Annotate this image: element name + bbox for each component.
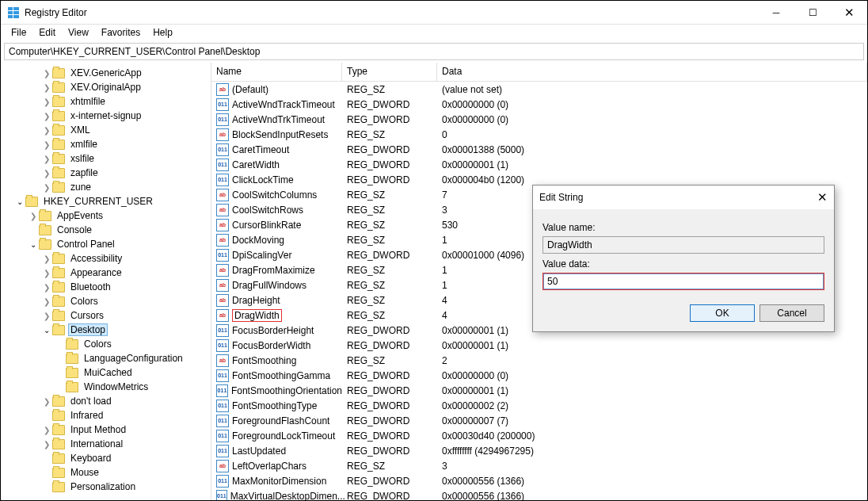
registry-value-row[interactable]: 011FocusBorderWidthREG_DWORD0x00000001 (… xyxy=(211,338,867,353)
folder-icon xyxy=(52,268,65,278)
registry-value-row[interactable]: 011ForegroundFlashCountREG_DWORD0x000000… xyxy=(211,413,867,428)
header-data[interactable]: Data xyxy=(437,63,867,81)
tree-item[interactable]: Personalization xyxy=(1,480,211,494)
tree-item[interactable]: ❯xslfile xyxy=(1,151,211,166)
dialog-close-button[interactable]: ✕ xyxy=(817,190,828,205)
string-icon: ab xyxy=(216,460,229,472)
expander-icon[interactable]: ❯ xyxy=(41,98,52,106)
registry-value-row[interactable]: 011CaretWidthREG_DWORD0x00000001 (1) xyxy=(211,157,867,172)
tree-item[interactable]: ❯Cursors xyxy=(1,308,211,323)
expander-icon[interactable]: ⌄ xyxy=(14,197,25,206)
registry-value-row[interactable]: 011ActiveWndTrkTimeoutREG_DWORD0x0000000… xyxy=(211,112,867,127)
tree-item[interactable]: ⌄Control Panel xyxy=(1,237,211,251)
value-data: 0x00000001 (1) xyxy=(437,340,867,351)
header-type[interactable]: Type xyxy=(342,63,437,81)
expander-icon[interactable]: ❯ xyxy=(41,126,52,135)
tree-item[interactable]: ❯Input Method xyxy=(1,423,211,437)
registry-value-row[interactable]: ab(Default)REG_SZ(value not set) xyxy=(211,82,867,97)
minimize-button[interactable]: ─ xyxy=(758,1,794,25)
dialog-title: Edit String xyxy=(539,192,817,203)
folder-icon xyxy=(66,339,78,350)
tree-item[interactable]: ❯Appearance xyxy=(1,266,211,280)
svg-rect-5 xyxy=(13,15,19,18)
registry-value-row[interactable]: 011CaretTimeoutREG_DWORD0x00001388 (5000… xyxy=(211,142,867,157)
tree-item[interactable]: ❯AppEvents xyxy=(1,208,211,223)
menu-view[interactable]: View xyxy=(63,25,94,40)
tree-item[interactable]: MuiCached xyxy=(1,365,211,380)
expander-icon[interactable]: ❯ xyxy=(41,112,52,120)
tree-item[interactable]: ❯xhtmlfile xyxy=(1,94,211,109)
registry-value-row[interactable]: abBlockSendInputResetsREG_SZ0 xyxy=(211,127,867,142)
tree-item[interactable]: Console xyxy=(1,223,211,237)
registry-value-row[interactable]: 011ActiveWndTrackTimeoutREG_DWORD0x00000… xyxy=(211,97,867,112)
tree-item[interactable]: Mouse xyxy=(1,465,211,480)
ok-button[interactable]: OK xyxy=(690,304,755,322)
header-name[interactable]: Name xyxy=(211,63,342,81)
expander-icon[interactable]: ❯ xyxy=(41,440,52,449)
tree-item[interactable]: ❯zune xyxy=(1,180,211,194)
menu-file[interactable]: File xyxy=(6,25,32,40)
tree-item[interactable]: ❯x-internet-signup xyxy=(1,109,211,123)
tree-item[interactable]: ❯Bluetooth xyxy=(1,280,211,294)
registry-value-row[interactable]: 011MaxVirtualDesktopDimen...REG_DWORD0x0… xyxy=(211,488,867,500)
tree-item[interactable]: ❯Colors xyxy=(1,294,211,308)
cancel-button[interactable]: Cancel xyxy=(760,304,824,322)
menu-favorites[interactable]: Favorites xyxy=(96,25,146,40)
expander-icon[interactable]: ❯ xyxy=(41,83,52,92)
expander-icon[interactable]: ⌄ xyxy=(41,326,52,335)
value-name: LastUpdated xyxy=(232,446,286,457)
tree-item[interactable]: ❯zapfile xyxy=(1,166,211,180)
registry-value-row[interactable]: 011FontSmoothingGammaREG_DWORD0x00000000… xyxy=(211,368,867,383)
value-data-input[interactable] xyxy=(543,273,824,289)
menu-edit[interactable]: Edit xyxy=(33,25,61,40)
close-button[interactable]: ✕ xyxy=(831,1,867,25)
tree-label: zune xyxy=(68,182,93,193)
tree-item[interactable]: ❯XML xyxy=(1,123,211,137)
expander-icon[interactable]: ❯ xyxy=(41,269,52,277)
expander-icon[interactable]: ⌄ xyxy=(28,240,39,249)
tree-item[interactable]: ❯International xyxy=(1,437,211,451)
tree-item[interactable]: ❯Accessibility xyxy=(1,251,211,266)
folder-icon xyxy=(52,411,65,421)
tree-item[interactable]: ❯xmlfile xyxy=(1,137,211,151)
expander-icon[interactable]: ❯ xyxy=(41,254,52,263)
menu-help[interactable]: Help xyxy=(147,25,178,40)
registry-value-row[interactable]: abFontSmoothingREG_SZ2 xyxy=(211,353,867,368)
dword-icon: 011 xyxy=(216,475,229,488)
tree-item[interactable]: ❯don't load xyxy=(1,394,211,408)
expander-icon[interactable]: ❯ xyxy=(41,283,52,292)
registry-value-row[interactable]: 011MaxMonitorDimensionREG_DWORD0x0000055… xyxy=(211,473,867,488)
tree-item[interactable]: ⌄Desktop xyxy=(1,323,211,337)
tree-item[interactable]: ❯XEV.OriginalApp xyxy=(1,80,211,94)
tree-panel[interactable]: ❯XEV.GenericApp❯XEV.OriginalApp❯xhtmlfil… xyxy=(1,63,211,500)
expander-icon[interactable]: ❯ xyxy=(28,212,39,220)
expander-icon[interactable]: ❯ xyxy=(41,297,52,306)
registry-value-row[interactable]: 011FontSmoothingTypeREG_DWORD0x00000002 … xyxy=(211,398,867,413)
registry-value-row[interactable]: abLeftOverlapCharsREG_SZ3 xyxy=(211,458,867,473)
expander-icon[interactable]: ❯ xyxy=(41,312,52,320)
expander-icon[interactable]: ❯ xyxy=(41,169,52,178)
tree-item[interactable]: ⌄HKEY_CURRENT_USER xyxy=(1,194,211,208)
registry-value-row[interactable]: 011FontSmoothingOrientationREG_DWORD0x00… xyxy=(211,383,867,398)
expander-icon[interactable]: ❯ xyxy=(41,140,52,149)
tree-item[interactable]: Keyboard xyxy=(1,451,211,465)
folder-icon xyxy=(66,382,78,392)
value-data: 0x00000000 (0) xyxy=(437,114,867,125)
tree-item[interactable]: Colors xyxy=(1,337,211,351)
expander-icon[interactable]: ❯ xyxy=(41,183,52,192)
tree-item[interactable]: Infrared xyxy=(1,408,211,423)
expander-icon[interactable]: ❯ xyxy=(41,155,52,163)
tree-item[interactable]: WindowMetrics xyxy=(1,380,211,394)
string-icon: ab xyxy=(216,309,229,322)
svg-rect-1 xyxy=(13,7,19,10)
maximize-button[interactable]: ☐ xyxy=(794,1,831,25)
address-bar[interactable]: Computer\HKEY_CURRENT_USER\Control Panel… xyxy=(4,43,864,60)
value-data: 0x000004b0 (1200) xyxy=(437,174,867,185)
expander-icon[interactable]: ❯ xyxy=(41,426,52,434)
expander-icon[interactable]: ❯ xyxy=(41,397,52,406)
expander-icon[interactable]: ❯ xyxy=(41,69,52,78)
tree-item[interactable]: LanguageConfiguration xyxy=(1,351,211,365)
registry-value-row[interactable]: 011LastUpdatedREG_DWORD0xffffffff (42949… xyxy=(211,443,867,458)
registry-value-row[interactable]: 011ForegroundLockTimeoutREG_DWORD0x00030… xyxy=(211,428,867,443)
tree-item[interactable]: ❯XEV.GenericApp xyxy=(1,66,211,80)
